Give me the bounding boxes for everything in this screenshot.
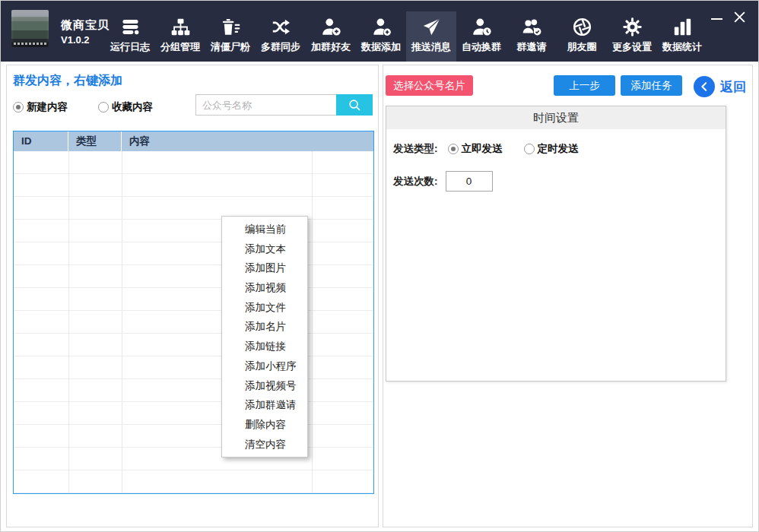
- back-button[interactable]: [694, 76, 715, 97]
- column-divider: [68, 151, 69, 493]
- time-settings-panel: 时间设置 发送类型: 立即发送 定时发送 发送次数:: [386, 106, 726, 382]
- menu-item-edit-current[interactable]: 编辑当前: [222, 220, 307, 239]
- panel-title: 群发内容，右键添加: [13, 73, 122, 89]
- titlebar: 微商宝贝 V1.0.2 运行日志 分组管理 清僵尸粉: [1, 1, 758, 62]
- search-button[interactable]: [336, 94, 373, 116]
- close-icon: [733, 11, 746, 24]
- menu-item-delete-content[interactable]: 删除内容: [222, 415, 307, 435]
- radio-label: 立即发送: [462, 142, 503, 156]
- radio-label: 新建内容: [27, 100, 68, 114]
- add-task-button[interactable]: 添加任务: [621, 75, 682, 96]
- column-header-content: 内容: [122, 131, 373, 151]
- table-row: [14, 425, 373, 448]
- radio-label: 收藏内容: [112, 100, 153, 114]
- menu-item-add-image[interactable]: 添加图片: [222, 258, 307, 278]
- nav-item-more-settings[interactable]: 更多设置: [607, 11, 657, 62]
- log-icon: [120, 17, 141, 37]
- chevron-left-icon: [699, 81, 710, 92]
- nav-item-push-message[interactable]: 推送消息: [406, 11, 456, 62]
- table-header: ID 类型 内容: [14, 131, 373, 151]
- back-label[interactable]: 返回: [720, 78, 746, 96]
- task-settings-panel: 选择公众号名片 上一步 添加任务 返回 时间设置 发送类型: 立即发送 定时发送…: [383, 65, 753, 527]
- radio-send-immediately[interactable]: 立即发送: [448, 142, 503, 156]
- radio-icon: [524, 144, 535, 154]
- previous-step-button[interactable]: 上一步: [554, 75, 615, 96]
- menu-item-add-text[interactable]: 添加文本: [222, 239, 307, 259]
- person-clock-icon: [472, 17, 492, 37]
- column-divider: [312, 151, 313, 493]
- content-table[interactable]: ID 类型 内容: [13, 131, 374, 494]
- nav-item-multi-sync[interactable]: 多群同步: [256, 11, 306, 62]
- menu-item-add-link[interactable]: 添加链接: [222, 337, 307, 356]
- gear-icon: [622, 17, 643, 37]
- table-row: [14, 174, 373, 197]
- table-row: [14, 288, 373, 311]
- nav-item-moments[interactable]: 朋友圈: [557, 11, 607, 62]
- table-row: [14, 470, 373, 493]
- nav-label: 群邀请: [517, 40, 547, 54]
- nav-item-data-add[interactable]: 数据添加: [356, 11, 406, 62]
- nav-item-add-group-friends[interactable]: 加群好友: [306, 11, 356, 62]
- radio-icon: [448, 144, 459, 154]
- radio-new-content[interactable]: 新建内容: [13, 100, 68, 114]
- menu-item-clear-content[interactable]: 清空内容: [222, 435, 307, 454]
- nav-label: 分组管理: [160, 40, 200, 54]
- send-count-input[interactable]: [446, 171, 493, 192]
- table-row: [14, 151, 373, 174]
- menu-item-add-file[interactable]: 添加文件: [222, 298, 307, 318]
- radio-icon: [98, 102, 109, 112]
- nav-item-group-invite[interactable]: 群邀请: [507, 11, 557, 62]
- nav-label: 朋友圈: [567, 40, 597, 54]
- column-header-type: 类型: [68, 131, 122, 151]
- menu-item-add-group-invite[interactable]: 添加群邀请: [222, 395, 307, 415]
- nav-item-data-stats[interactable]: 数据统计: [657, 11, 707, 62]
- table-row: [14, 242, 373, 265]
- menu-item-add-channels[interactable]: 添加视频号: [222, 376, 307, 396]
- app-window: 微商宝贝 V1.0.2 运行日志 分组管理 清僵尸粉: [0, 0, 759, 532]
- radio-label: 定时发送: [538, 142, 579, 156]
- table-body: [14, 151, 373, 493]
- minimize-icon: [711, 18, 722, 20]
- column-header-id: ID: [14, 131, 68, 151]
- search-box: [195, 94, 373, 116]
- radio-send-scheduled[interactable]: 定时发送: [524, 142, 579, 156]
- window-controls: [705, 7, 751, 27]
- menu-item-add-miniprogram[interactable]: 添加小程序: [222, 356, 307, 376]
- context-menu: 编辑当前 添加文本 添加图片 添加视频 添加文件 添加名片 添加链接 添加小程序…: [221, 216, 308, 458]
- table-row: [14, 402, 373, 425]
- menu-item-add-video[interactable]: 添加视频: [222, 278, 307, 298]
- send-count-label: 发送次数:: [393, 175, 438, 188]
- table-row: [14, 220, 373, 242]
- nav-item-group-manage[interactable]: 分组管理: [155, 11, 205, 62]
- table-row: [14, 448, 373, 470]
- table-row: [14, 379, 373, 402]
- nav-label: 推送消息: [411, 40, 451, 54]
- column-divider: [122, 151, 122, 493]
- broadcast-content-panel: 群发内容，右键添加 新建内容 收藏内容 ID 类型 内容: [6, 65, 379, 527]
- main-nav: 运行日志 分组管理 清僵尸粉 多群同步: [105, 11, 707, 62]
- content-source-radios: 新建内容 收藏内容: [13, 100, 153, 114]
- radio-favorite-content[interactable]: 收藏内容: [98, 100, 153, 114]
- nav-label: 自动换群: [462, 40, 501, 54]
- nav-item-run-log[interactable]: 运行日志: [105, 11, 155, 62]
- paper-plane-icon: [421, 17, 442, 37]
- app-title: 微商宝贝: [61, 18, 110, 33]
- nav-item-clean-zombie[interactable]: 清僵尸粉: [205, 11, 256, 62]
- shuffle-icon: [271, 17, 291, 37]
- people-check-icon: [522, 17, 542, 37]
- nav-label: 加群好友: [311, 40, 351, 54]
- nav-item-auto-switch-group[interactable]: 自动换群: [456, 11, 507, 62]
- close-button[interactable]: [728, 7, 751, 27]
- search-icon: [348, 99, 361, 112]
- nav-label: 数据添加: [361, 40, 401, 54]
- person-add-icon: [321, 17, 341, 37]
- minimize-button[interactable]: [705, 7, 728, 27]
- time-settings-title: 时间设置: [386, 106, 726, 129]
- search-input[interactable]: [195, 94, 336, 116]
- select-official-account-card-button[interactable]: 选择公众号名片: [386, 75, 473, 96]
- send-type-label: 发送类型:: [393, 142, 438, 156]
- sitemap-icon: [170, 17, 191, 37]
- send-type-row: 发送类型: 立即发送 定时发送: [393, 142, 579, 156]
- app-version: V1.0.2: [61, 34, 90, 46]
- menu-item-add-card[interactable]: 添加名片: [222, 317, 307, 337]
